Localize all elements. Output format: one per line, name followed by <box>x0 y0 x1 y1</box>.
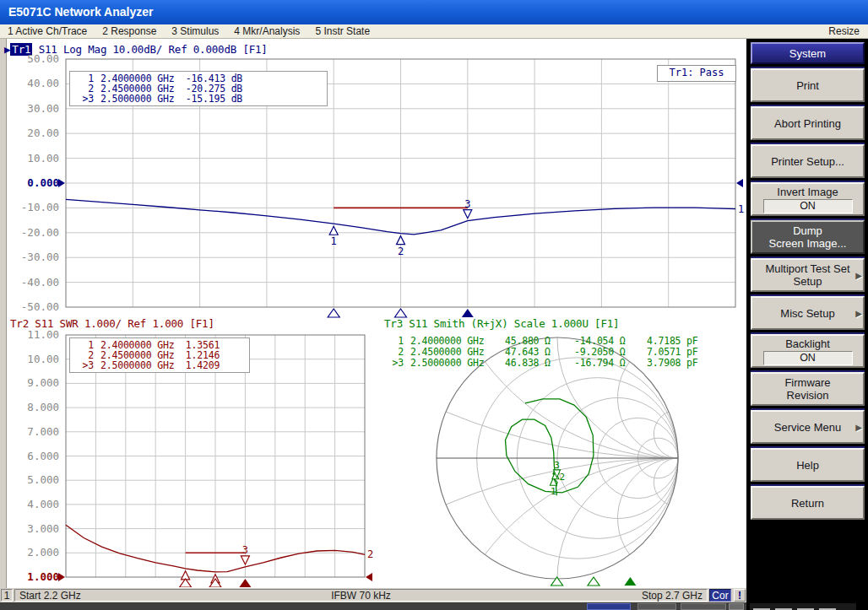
taskbar-item[interactable] <box>637 603 676 610</box>
window-title: E5071C Network Analyzer <box>8 5 153 19</box>
softkey-system[interactable]: System <box>751 42 865 64</box>
menu-item-2-response[interactable]: 2 Response <box>95 25 164 37</box>
svg-text:-10.00: -10.00 <box>21 201 59 213</box>
taskbar-item[interactable] <box>681 603 726 610</box>
taskbar-item[interactable] <box>587 603 631 610</box>
smith-chart: 123 <box>372 331 746 588</box>
application-window: E5071C Network Analyzer 1 Active Ch/Trac… <box>0 0 868 610</box>
svg-text:8.000: 8.000 <box>27 401 59 413</box>
menu-item-3-stimulus[interactable]: 3 Stimulus <box>164 25 226 37</box>
softkey-value: ON <box>763 351 853 365</box>
submenu-arrow-icon: ▶ <box>855 421 862 434</box>
channel-window: ▶Tr1 S11 Log Mag 10.00dB/ Ref 0.000dB [F… <box>0 39 746 588</box>
softkey-label: Backlight <box>785 337 830 350</box>
svg-text:1.000: 1.000 <box>27 570 59 583</box>
submenu-arrow-icon: ▶ <box>855 307 862 320</box>
softkey-print[interactable]: Print <box>751 68 865 102</box>
menu-item-1-active-ch-trace[interactable]: 1 Active Ch/Trace <box>0 25 95 37</box>
svg-text:9.000: 9.000 <box>27 376 59 389</box>
resize-control[interactable]: Resize <box>828 25 868 37</box>
softkey-help[interactable]: Help <box>751 448 865 482</box>
softkey-label: Firmware <box>784 376 830 389</box>
softkey-label: Return <box>791 497 824 510</box>
taskbar-item[interactable] <box>729 603 744 610</box>
svg-text:6.000: 6.000 <box>27 450 59 462</box>
svg-text:-30.00: -30.00 <box>21 251 59 263</box>
svg-text:-50.00: -50.00 <box>21 300 59 313</box>
svg-text:40.00: 40.00 <box>27 77 59 89</box>
svg-text:3: 3 <box>464 198 470 210</box>
window-edge <box>0 39 7 588</box>
softkey-label: Setup <box>794 275 822 288</box>
marker-row: >32.5000000 GHz 1.4209 <box>75 360 244 370</box>
svg-text:11.00: 11.00 <box>27 329 59 341</box>
softkey-label: Screen Image... <box>769 237 847 250</box>
softkey-list: SystemPrintAbort PrintingPrinter Setup..… <box>746 42 868 520</box>
softkey-label: System <box>789 47 826 60</box>
softkey-backlight[interactable]: BacklightON <box>751 334 865 368</box>
status-bar: 1 Start 2.2 GHz IFBW 70 kHz Stop 2.7 GHz… <box>0 588 746 602</box>
svg-text:50.00: 50.00 <box>27 54 59 65</box>
taskbar-strip <box>0 602 746 610</box>
softkey-label: Revision <box>787 389 829 402</box>
menu-bar: 1 Active Ch/Trace2 Response3 Stimulus4 M… <box>0 24 868 39</box>
softkey-printer-setup[interactable]: Printer Setup... <box>751 144 865 178</box>
svg-text:5.000: 5.000 <box>27 473 59 486</box>
svg-text:2.000: 2.000 <box>27 546 59 559</box>
softkey-label: Dump <box>793 224 822 237</box>
softkey-invert-image[interactable]: Invert ImageON <box>751 182 865 216</box>
menu-item-5-instr-state[interactable]: 5 Instr State <box>307 25 377 37</box>
svg-text:2: 2 <box>398 246 404 257</box>
menu-item-4-mkr-analysis[interactable]: 4 Mkr/Analysis <box>226 25 307 37</box>
trace2-marker-table: 12.4000000 GHz 1.356122.4500000 GHz 1.21… <box>69 337 250 373</box>
svg-text:1: 1 <box>738 203 744 215</box>
trace1-marker-table: 12.4000000 GHz -16.413 dB22.4500000 GHz … <box>69 71 328 106</box>
trace3-marker-table: 12.4000000 GHz 45.880 Ω -14.054 Ω 4.7185… <box>385 336 698 369</box>
svg-text:1: 1 <box>331 235 337 247</box>
softkey-label: Service Menu <box>774 421 841 434</box>
softkey-label: Multiport Test Set <box>765 262 849 275</box>
softkey-multiport-test-set-setup[interactable]: Multiport Test SetSetup▶ <box>751 258 865 292</box>
softkey-dump-screen-image[interactable]: DumpScreen Image... <box>751 220 865 254</box>
svg-text:30.00: 30.00 <box>27 102 59 115</box>
svg-text:10.00: 10.00 <box>27 353 59 365</box>
softkey-label: Help <box>796 459 819 472</box>
softkey-return[interactable]: Return <box>751 486 865 520</box>
softkey-label: Misc Setup <box>780 307 834 320</box>
submenu-arrow-icon: ▶ <box>855 269 862 282</box>
svg-text:3.000: 3.000 <box>27 522 59 535</box>
softkey-label: Invert Image <box>777 186 838 198</box>
svg-text:4.000: 4.000 <box>27 498 59 510</box>
softkey-misc-setup[interactable]: Misc Setup▶ <box>751 296 865 330</box>
clipped-taskbar-fragment <box>750 603 856 610</box>
svg-text:10.00: 10.00 <box>27 152 59 165</box>
svg-text:1: 1 <box>551 486 556 497</box>
softkey-service-menu[interactable]: Service Menu▶ <box>751 410 865 444</box>
sweep-info-cell: Start 2.2 GHz IFBW 70 kHz Stop 2.7 GHz <box>14 589 708 602</box>
softkey-abort-printing[interactable]: Abort Printing <box>751 106 865 140</box>
svg-text:0.000: 0.000 <box>27 176 59 189</box>
svg-text:20.00: 20.00 <box>27 127 59 139</box>
svg-text:3: 3 <box>242 544 248 556</box>
ifbw-value: IFBW 70 kHz <box>15 590 707 602</box>
marker-row: >32.5000000 GHz -15.195 dB <box>75 94 322 104</box>
softkey-value: ON <box>763 199 853 213</box>
svg-text:7.000: 7.000 <box>27 425 59 438</box>
svg-text:3: 3 <box>554 460 560 471</box>
svg-text:2: 2 <box>560 472 566 483</box>
limit-test-result: Tr1: Pass <box>657 65 736 82</box>
svg-text:-20.00: -20.00 <box>21 226 59 239</box>
softkey-menu: SystemPrintAbort PrintingPrinter Setup..… <box>746 39 868 610</box>
alert-indicator[interactable]: ! <box>734 589 746 602</box>
menu-items: 1 Active Ch/Trace2 Response3 Stimulus4 M… <box>0 25 377 37</box>
marker-row: >32.5000000 GHz 46.838 Ω -16.794 Ω 3.790… <box>385 358 698 369</box>
title-bar[interactable]: E5071C Network Analyzer <box>0 0 868 24</box>
softkey-firmware-revision[interactable]: FirmwareRevision <box>751 372 865 406</box>
correction-status-badge: Cor <box>709 589 731 602</box>
channel-number: 1 <box>1 589 13 602</box>
softkey-label: Abort Printing <box>774 117 841 130</box>
softkey-label: Print <box>796 79 819 92</box>
svg-text:-40.00: -40.00 <box>21 276 59 289</box>
softkey-label: Printer Setup... <box>771 155 844 168</box>
